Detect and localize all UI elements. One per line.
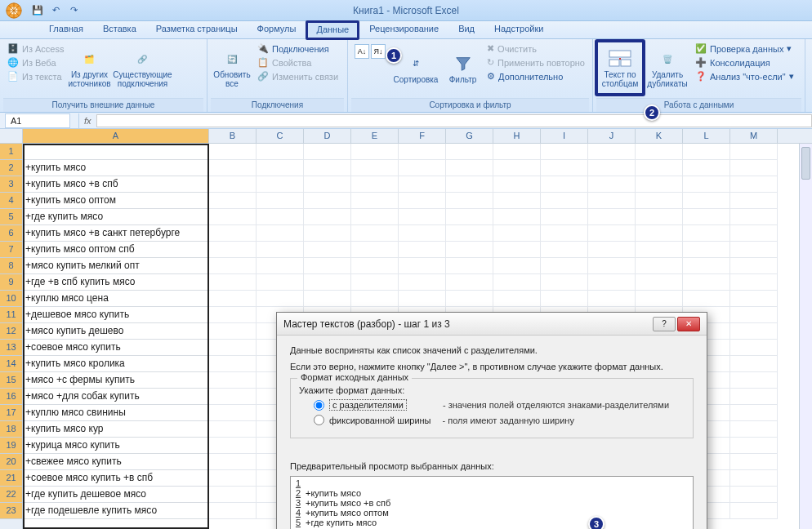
cell[interactable] — [730, 356, 778, 372]
tab-insert[interactable]: Вставка — [95, 21, 145, 38]
cell[interactable] — [636, 242, 683, 258]
cell[interactable] — [351, 193, 399, 209]
cell[interactable] — [399, 291, 446, 307]
cell[interactable] — [683, 209, 730, 225]
consolidate-button[interactable]: ➕Консолидация — [693, 56, 796, 69]
cell[interactable] — [730, 438, 778, 454]
cell[interactable] — [446, 225, 493, 242]
cell[interactable] — [588, 144, 636, 160]
cell[interactable] — [351, 176, 399, 193]
cell[interactable] — [399, 176, 446, 193]
cell[interactable] — [730, 274, 778, 291]
cell[interactable] — [304, 209, 351, 225]
redo-icon[interactable]: ↷ — [67, 4, 80, 17]
cell[interactable] — [399, 160, 446, 176]
cell[interactable] — [588, 258, 636, 274]
cell[interactable] — [304, 225, 351, 242]
from-text-button[interactable]: 📄Из текста — [5, 70, 66, 82]
cell[interactable] — [541, 176, 588, 193]
row-header[interactable]: 5 — [0, 209, 22, 225]
close-button[interactable]: ✕ — [677, 317, 700, 331]
cell[interactable] — [399, 209, 446, 225]
cell[interactable] — [209, 487, 257, 503]
cell[interactable] — [683, 144, 730, 160]
dialog-titlebar[interactable]: Мастер текстов (разбор) - шаг 1 из 3 ? ✕ — [277, 313, 707, 336]
cell[interactable] — [446, 209, 493, 225]
filter-button[interactable]: Фильтр — [443, 41, 483, 95]
from-other-sources-button[interactable]: 🗂️ Из других источников — [68, 41, 110, 95]
connections-button[interactable]: 🔌Подключения — [255, 42, 341, 55]
cell[interactable] — [209, 372, 257, 389]
cell[interactable] — [730, 258, 778, 274]
cell[interactable]: +соевое мясо купить +в спб — [23, 470, 209, 487]
cell[interactable]: +свежее мясо купить — [23, 454, 209, 470]
cell[interactable] — [730, 405, 778, 421]
row-header[interactable]: 22 — [0, 487, 22, 503]
clear-filter-button[interactable]: ✖Очистить — [484, 42, 587, 55]
cell[interactable] — [541, 209, 588, 225]
cell[interactable] — [730, 487, 778, 503]
cell[interactable]: +мясо купить мелкий опт — [23, 258, 209, 274]
cell[interactable] — [351, 160, 399, 176]
cell[interactable] — [446, 160, 493, 176]
formula-input[interactable] — [96, 114, 812, 127]
cell[interactable] — [636, 176, 683, 193]
preview-box[interactable]: 12+купить мясо3+купить мясо +в спб4+купи… — [290, 476, 694, 529]
cell[interactable] — [304, 242, 351, 258]
cell[interactable] — [636, 274, 683, 291]
cell[interactable] — [399, 242, 446, 258]
row-header[interactable]: 7 — [0, 242, 22, 258]
cell[interactable] — [257, 160, 304, 176]
cell[interactable] — [209, 340, 257, 356]
cell[interactable] — [636, 225, 683, 242]
reapply-button[interactable]: ↻Применить повторно — [484, 56, 587, 69]
cell[interactable]: +мясо +для собак купить — [23, 389, 209, 405]
row-header[interactable]: 20 — [0, 454, 22, 470]
cell[interactable] — [730, 160, 778, 176]
cell[interactable] — [683, 225, 730, 242]
cell[interactable] — [730, 323, 778, 340]
cell[interactable] — [446, 274, 493, 291]
cell[interactable] — [209, 242, 257, 258]
cell[interactable] — [683, 258, 730, 274]
column-header-B[interactable]: B — [209, 129, 257, 143]
cell[interactable] — [730, 389, 778, 405]
cell[interactable] — [730, 421, 778, 438]
cell[interactable] — [636, 193, 683, 209]
cell[interactable] — [351, 144, 399, 160]
cell[interactable] — [493, 242, 541, 258]
cell[interactable]: +купить мясо оптом спб — [23, 242, 209, 258]
cell[interactable] — [209, 160, 257, 176]
row-header[interactable]: 21 — [0, 470, 22, 487]
cell[interactable]: +соевое мясо купить — [23, 340, 209, 356]
cell[interactable]: +мясо +с фермы купить — [23, 372, 209, 389]
row-header[interactable]: 11 — [0, 307, 22, 323]
tab-addins[interactable]: Надстройки — [486, 21, 551, 38]
cell[interactable] — [209, 307, 257, 323]
cell[interactable] — [493, 160, 541, 176]
cell[interactable]: +где подешевле купить мясо — [23, 503, 209, 519]
cell[interactable] — [730, 307, 778, 323]
fx-icon[interactable]: fx — [79, 116, 96, 126]
cell[interactable] — [493, 225, 541, 242]
select-all-corner[interactable] — [0, 129, 23, 144]
cell[interactable] — [257, 291, 304, 307]
cell[interactable] — [636, 160, 683, 176]
cell[interactable] — [541, 258, 588, 274]
cell[interactable] — [541, 193, 588, 209]
cell[interactable] — [209, 209, 257, 225]
row-header[interactable]: 3 — [0, 176, 22, 193]
sort-desc-button[interactable]: Я↓ — [371, 44, 386, 59]
cell[interactable] — [23, 144, 209, 160]
cell[interactable] — [399, 144, 446, 160]
cell[interactable] — [541, 160, 588, 176]
cell[interactable] — [588, 160, 636, 176]
radio-fixed-label[interactable]: фиксированной ширины — [329, 416, 431, 425]
row-header[interactable]: 12 — [0, 323, 22, 340]
cell[interactable] — [730, 372, 778, 389]
cell[interactable] — [446, 258, 493, 274]
cell[interactable] — [541, 291, 588, 307]
sort-asc-button[interactable]: A↓ — [355, 44, 369, 59]
cell[interactable] — [446, 242, 493, 258]
cell[interactable] — [683, 193, 730, 209]
